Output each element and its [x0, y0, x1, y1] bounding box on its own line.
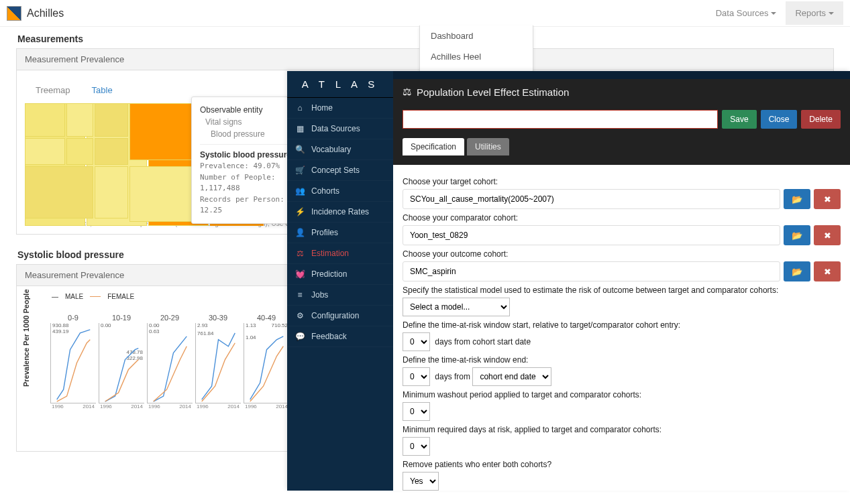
comp-cohort-input[interactable]: [403, 225, 780, 245]
nav-label: Estimation: [311, 249, 349, 258]
atlas-title: A T L A S: [287, 71, 393, 98]
nav-icon: 🛒: [295, 166, 305, 175]
nav-icon: 💬: [295, 332, 305, 341]
nav-cohorts[interactable]: 👥Cohorts: [287, 181, 393, 202]
delete-button[interactable]: Delete: [801, 110, 841, 129]
outcome-open-button[interactable]: 📂: [784, 261, 810, 281]
achilles-menu: Data Sources Reports: [706, 1, 843, 25]
atlas-topbar: [393, 71, 850, 79]
dd-achilles-heel[interactable]: Achilles Heel: [420, 46, 533, 67]
nav-label: Profiles: [311, 228, 338, 237]
caret-icon: [771, 12, 776, 15]
estimation-form: Choose your target cohort: 📂 ✖ Choose yo…: [393, 165, 850, 491]
page-title: Population Level Effect Estimation: [417, 86, 569, 98]
atlas-app: A T L A S ⌂Home▦Data Sources🔍Vocabulary🛒…: [287, 71, 850, 491]
washout-select[interactable]: 0: [403, 402, 430, 421]
comp-cohort-label: Choose your comparator cohort:: [403, 213, 841, 223]
decile-40-49: 40-49 1.131.04 710.52 19962014: [244, 314, 289, 410]
legend-male: MALE: [65, 293, 83, 300]
nav-icon: ⚡: [295, 207, 305, 216]
decile-20-29: 20-29 0.000.63 19962014: [147, 314, 193, 410]
achilles-logo: [7, 6, 21, 21]
nav-vocabulary[interactable]: 🔍Vocabulary: [287, 139, 393, 160]
nav-label: Configuration: [311, 311, 359, 320]
outcome-cohort-input[interactable]: [403, 261, 780, 281]
nav-label: Vocabulary: [311, 145, 351, 154]
close-button[interactable]: Close: [761, 110, 798, 129]
dd-dashboard[interactable]: Dashboard: [420, 25, 533, 46]
decile-30-39: 30-39 2.93 761.84 19962014: [195, 314, 241, 410]
nav-label: Data Sources: [311, 124, 360, 133]
tar-start-select[interactable]: 0: [403, 332, 430, 351]
nav-icon: ⚙: [295, 311, 305, 320]
nav-home[interactable]: ⌂Home: [287, 98, 393, 119]
menu-data-sources[interactable]: Data Sources: [706, 1, 786, 25]
y-axis-label: Prevalence Per 1000 People: [22, 289, 30, 387]
nav-icon: 👥: [295, 186, 305, 196]
nav-label: Concept Sets: [311, 166, 360, 175]
nav-feedback[interactable]: 💬Feedback: [287, 326, 393, 347]
nav-profiles[interactable]: 👤Profiles: [287, 223, 393, 243]
menu-reports[interactable]: Reports: [786, 1, 843, 25]
nav-icon: ≡: [295, 290, 305, 300]
legend-female: FEMALE: [107, 293, 134, 300]
target-cohort-label: Choose your target cohort:: [403, 177, 841, 186]
atlas-toolbar: Save Close Delete Specification Utilitie…: [393, 105, 850, 165]
scales-icon: ⚖: [403, 86, 411, 98]
tar-end-ref-select[interactable]: cohort end date: [472, 367, 551, 386]
target-open-button[interactable]: 📂: [784, 189, 810, 209]
tar-start-label: Define the time-at-risk window start, re…: [403, 320, 841, 330]
model-select[interactable]: Select a model...: [403, 298, 510, 316]
tar-end-label: Define the time-at-risk window end:: [403, 355, 841, 365]
nav-icon: 👤: [295, 228, 305, 237]
decile-0-9: 0-9 930.88439.19 19962014: [50, 314, 96, 410]
remove-both-select[interactable]: Yes: [403, 472, 439, 491]
tab-specification[interactable]: Specification: [403, 138, 464, 155]
nav-label: Home: [311, 103, 333, 113]
tar-end-select[interactable]: 0: [403, 367, 430, 386]
minrisk-label: Minimum required days at risk, applied t…: [403, 425, 841, 434]
atlas-main: ⚖ Population Level Effect Estimation Sav…: [393, 71, 850, 491]
outcome-clear-button[interactable]: ✖: [814, 261, 841, 281]
nav-label: Prediction: [311, 269, 347, 279]
tab-treemap[interactable]: Treemap: [33, 81, 73, 99]
comp-open-button[interactable]: 📂: [784, 225, 810, 245]
nav-label: Feedback: [311, 332, 347, 341]
nav-incidence-rates[interactable]: ⚡Incidence Rates: [287, 202, 393, 223]
save-button[interactable]: Save: [722, 110, 756, 129]
nav-prediction[interactable]: 💓Prediction: [287, 264, 393, 285]
outcome-cohort-label: Choose your outcome cohort:: [403, 249, 841, 259]
decile-10-19: 10-19 0.00 478.78322.98 19962014: [99, 314, 144, 410]
nav-concept-sets[interactable]: 🛒Concept Sets: [287, 160, 393, 181]
nav-estimation[interactable]: ⚖Estimation: [287, 243, 393, 264]
nav-icon: 🔍: [295, 145, 305, 154]
tar-end-mid: days from: [435, 372, 470, 381]
analysis-name-input[interactable]: [403, 110, 718, 129]
tab-utilities[interactable]: Utilities: [467, 138, 509, 155]
tab-table[interactable]: Table: [89, 81, 115, 99]
nav-label: Jobs: [311, 290, 328, 300]
nav-data-sources[interactable]: ▦Data Sources: [287, 119, 393, 139]
model-label: Specify the statistical model used to es…: [403, 286, 841, 295]
remove-both-label: Remove patients who enter both cohorts?: [403, 460, 841, 469]
caret-icon: [829, 12, 834, 15]
atlas-sidebar: A T L A S ⌂Home▦Data Sources🔍Vocabulary🛒…: [287, 71, 393, 491]
achilles-header: Achilles Data Sources Reports: [0, 0, 850, 27]
tar-start-suffix: days from cohort start date: [435, 337, 531, 346]
menu-reports-label: Reports: [795, 8, 826, 18]
nav-label: Cohorts: [311, 186, 339, 196]
target-cohort-input[interactable]: [403, 189, 780, 209]
nav-label: Incidence Rates: [311, 207, 369, 216]
nav-icon: 💓: [295, 269, 305, 279]
minrisk-select[interactable]: 0: [403, 437, 430, 456]
nav-configuration[interactable]: ⚙Configuration: [287, 306, 393, 326]
nav-jobs[interactable]: ≡Jobs: [287, 285, 393, 306]
nav-icon: ⌂: [295, 103, 305, 113]
target-clear-button[interactable]: ✖: [814, 189, 841, 209]
comp-clear-button[interactable]: ✖: [814, 225, 841, 245]
atlas-page-header: ⚖ Population Level Effect Estimation: [393, 79, 850, 105]
nav-icon: ▦: [295, 124, 305, 133]
washout-label: Minimum washout period applied to target…: [403, 390, 841, 399]
menu-data-sources-label: Data Sources: [716, 8, 769, 18]
achilles-brand: Achilles: [27, 7, 706, 19]
